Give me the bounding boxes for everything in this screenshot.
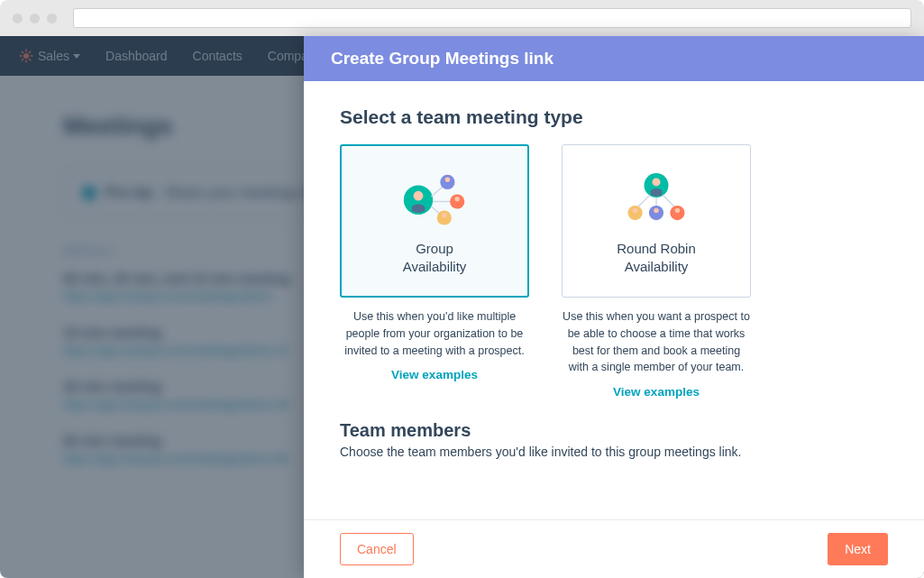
next-button[interactable]: Next — [828, 533, 888, 565]
nav-item-dashboard[interactable]: Dashboard — [105, 49, 168, 63]
traffic-light-close-icon[interactable] — [13, 14, 23, 23]
nav-brand-label: Sales — [38, 49, 69, 63]
option-round-robin: Round Robin Availability Use this when y… — [562, 144, 751, 399]
view-examples-link[interactable]: View examples — [340, 368, 529, 381]
card-round-robin[interactable]: Round Robin Availability — [562, 144, 751, 298]
card-description: Use this when you'd like multiple people… — [340, 308, 529, 359]
meeting-type-options: Group Availability Use this when you'd l… — [340, 144, 888, 399]
svg-point-30 — [675, 207, 680, 212]
svg-point-26 — [633, 207, 637, 212]
create-group-meetings-panel: Create Group Meetings link Select a team… — [304, 36, 924, 578]
panel-footer: Cancel Next — [304, 519, 924, 578]
svg-point-15 — [445, 177, 450, 181]
traffic-light-minimize-icon[interactable] — [30, 14, 40, 23]
team-members-subtext: Choose the team members you'd like invit… — [340, 445, 888, 459]
svg-point-27 — [649, 206, 663, 220]
svg-point-19 — [442, 213, 446, 217]
svg-point-17 — [455, 197, 460, 201]
tip-dot-icon — [82, 186, 96, 200]
card-group-availability[interactable]: Group Availability — [340, 144, 529, 298]
svg-point-21 — [653, 178, 661, 186]
nav-item-contacts[interactable]: Contacts — [193, 49, 242, 63]
svg-line-8 — [29, 51, 31, 53]
sprocket-icon — [18, 48, 34, 64]
svg-point-29 — [670, 206, 684, 220]
svg-point-0 — [23, 53, 29, 59]
panel-body: Select a team meeting type — [304, 81, 924, 519]
svg-line-7 — [22, 59, 23, 60]
traffic-light-zoom-icon[interactable] — [47, 14, 57, 23]
card-title: Round Robin Availability — [617, 240, 696, 277]
url-bar[interactable] — [73, 8, 911, 28]
round-robin-icon — [616, 166, 697, 229]
view-examples-link[interactable]: View examples — [562, 385, 751, 399]
group-availability-icon — [394, 166, 475, 229]
browser-chrome — [0, 0, 924, 36]
cancel-button[interactable]: Cancel — [340, 533, 414, 565]
section-heading-team-members: Team members — [340, 420, 888, 441]
svg-point-28 — [654, 207, 658, 212]
svg-line-22 — [636, 195, 649, 207]
svg-point-10 — [414, 191, 424, 201]
svg-line-24 — [663, 195, 675, 207]
card-description: Use this when you want a prospect to be … — [562, 308, 751, 376]
svg-point-25 — [628, 206, 643, 220]
nav-brand[interactable]: Sales — [18, 48, 80, 64]
svg-line-5 — [22, 51, 23, 53]
svg-line-6 — [29, 59, 31, 60]
option-group-availability: Group Availability Use this when you'd l… — [340, 144, 529, 399]
panel-title: Create Group Meetings link — [304, 36, 924, 81]
team-members-section: Team members Choose the team members you… — [340, 420, 888, 459]
chevron-down-icon — [73, 54, 80, 59]
tip-label: Pro tip: — [105, 185, 156, 201]
section-heading-meeting-type: Select a team meeting type — [340, 106, 888, 128]
card-title: Group Availability — [403, 240, 467, 277]
